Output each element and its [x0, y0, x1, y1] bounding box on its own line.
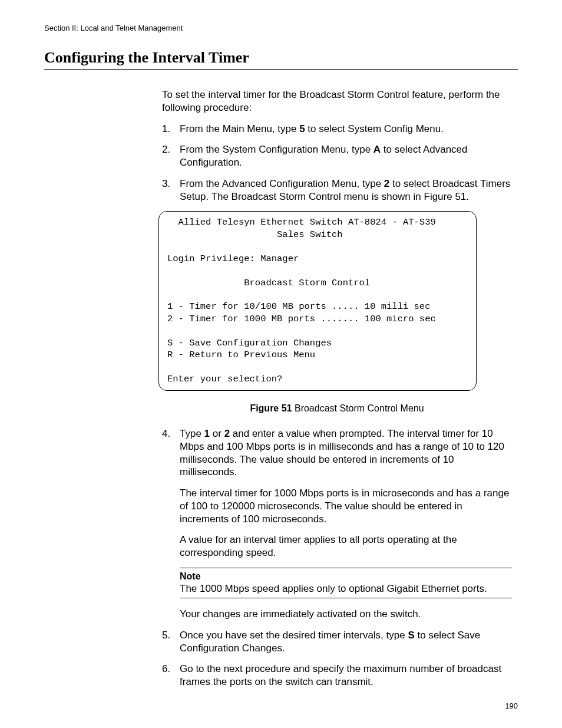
terminal-line: Enter your selection? — [167, 374, 282, 384]
step-4-p4: Your changes are immediately activated o… — [180, 608, 512, 621]
note-label: Note — [180, 571, 512, 582]
step-text: Go to the next procedure and specify the… — [180, 663, 501, 687]
intro-paragraph: To set the interval timer for the Broadc… — [162, 88, 512, 114]
figure-label: Figure 51 — [250, 403, 292, 413]
step-text: Once you have set the desired timer inte… — [180, 630, 408, 641]
page-number: 190 — [505, 701, 518, 710]
terminal-line: R - Return to Previous Menu — [167, 350, 315, 360]
terminal-figure: Allied Telesyn Ethernet Switch AT-8024 -… — [158, 211, 512, 390]
figure-caption: Figure 51 Broadcast Storm Control Menu — [162, 403, 512, 414]
body-column: To set the interval timer for the Broadc… — [162, 88, 512, 689]
step-number: 4. — [162, 427, 170, 440]
procedure-list: 1. From the Main Menu, type 5 to select … — [162, 123, 512, 203]
terminal-line: 1 - Timer for 10/100 MB ports ..... 10 m… — [167, 301, 430, 312]
running-header: Section II: Local and Telnet Management — [44, 24, 518, 32]
step-number: 3. — [162, 177, 170, 190]
note-box: Note The 1000 Mbps speed applies only to… — [180, 568, 512, 598]
step-4-p2: The interval timer for 1000 Mbps ports i… — [180, 487, 512, 525]
step-5: 5. Once you have set the desired timer i… — [162, 629, 512, 655]
key-s: S — [408, 630, 414, 641]
step-text: Type — [180, 428, 204, 439]
key-a: A — [373, 144, 381, 155]
step-text: to select System Config Menu. — [305, 123, 444, 134]
step-text: or — [210, 428, 224, 439]
step-1: 1. From the Main Menu, type 5 to select … — [162, 123, 512, 136]
step-number: 2. — [162, 143, 170, 156]
step-number: 1. — [162, 123, 170, 136]
step-text: From the Advanced Configuration Menu, ty… — [180, 178, 384, 189]
terminal-line: Login Privilege: Manager — [167, 253, 299, 264]
step-text: From the Main Menu, type — [180, 123, 299, 134]
step-3: 3. From the Advanced Configuration Menu,… — [162, 177, 512, 203]
note-rule-bottom — [180, 598, 512, 598]
key-5: 5 — [299, 123, 305, 134]
step-2: 2. From the System Configuration Menu, t… — [162, 143, 512, 169]
procedure-list-continued: 4. Type 1 or 2 and enter a value when pr… — [162, 427, 512, 689]
terminal-line: 2 - Timer for 1000 MB ports ....... 100 … — [167, 314, 436, 324]
note-text: The 1000 Mbps speed applies only to opti… — [180, 582, 512, 595]
terminal-line: Allied Telesyn Ethernet Switch AT-8024 -… — [167, 217, 436, 228]
step-number: 6. — [162, 663, 170, 676]
terminal-line: Broadcast Storm Control — [167, 278, 370, 288]
step-number: 5. — [162, 629, 170, 642]
terminal-screen: Allied Telesyn Ethernet Switch AT-8024 -… — [158, 211, 477, 390]
figure-caption-text: Broadcast Storm Control Menu — [292, 403, 424, 413]
page: Section II: Local and Telnet Management … — [0, 0, 562, 728]
key-1: 1 — [204, 428, 210, 439]
step-6: 6. Go to the next procedure and specify … — [162, 663, 512, 689]
step-4-p3: A value for an interval timer applies to… — [180, 533, 512, 559]
terminal-line: Sales Switch — [167, 229, 343, 240]
key-2b: 2 — [224, 428, 230, 439]
title-rule — [44, 69, 518, 70]
key-2: 2 — [384, 178, 389, 189]
note-rule-top — [180, 568, 512, 568]
step-text: From the System Configuration Menu, type — [180, 144, 373, 155]
step-4: 4. Type 1 or 2 and enter a value when pr… — [162, 427, 512, 621]
terminal-line: S - Save Configuration Changes — [167, 338, 332, 348]
page-title: Configuring the Interval Timer — [44, 49, 518, 67]
